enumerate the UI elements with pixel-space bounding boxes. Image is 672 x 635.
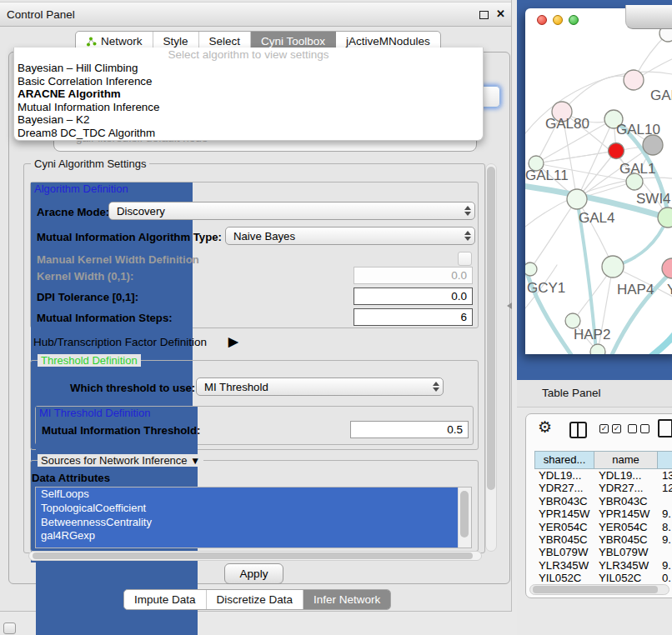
attribute-item-gal4rgexp[interactable]: gal4RGexp bbox=[36, 529, 459, 543]
dpi-tolerance-label: DPI Tolerance [0,1]: bbox=[37, 291, 138, 303]
network-node[interactable] bbox=[643, 135, 663, 155]
window-minimize-icon[interactable] bbox=[553, 15, 563, 25]
table-row[interactable]: YER054CYER054C8. bbox=[534, 521, 672, 533]
table-row[interactable]: YBL079WYBL079W bbox=[534, 546, 672, 558]
algorithm-option-basic-correlation-inference[interactable]: Basic Correlation Inference bbox=[14, 75, 483, 88]
network-node[interactable] bbox=[609, 143, 624, 159]
settings-gear-icon[interactable]: ⚙ bbox=[538, 419, 552, 435]
unchecked-box-icon bbox=[628, 424, 637, 433]
collapse-down-icon[interactable]: ▼ bbox=[190, 455, 200, 467]
attribute-item-topologicalcoefficient[interactable]: TopologicalCoefficient bbox=[36, 502, 459, 516]
table-panel-header[interactable]: Table Panel bbox=[517, 380, 672, 408]
mi-threshold-input[interactable]: 0.5 bbox=[350, 421, 469, 438]
stepper-icon bbox=[461, 228, 474, 244]
close-icon[interactable]: ✕ bbox=[496, 8, 505, 20]
table-row[interactable]: YDL19...YDL19...13 bbox=[534, 469, 672, 482]
cell: YBR045C bbox=[594, 533, 658, 546]
threshold-definition-title: Threshold Definition bbox=[38, 354, 141, 367]
algorithm-option-dream8-dc-tdc-algorithm[interactable]: Dream8 DC_TDC Algorithm bbox=[14, 127, 483, 140]
algorithm-option-aracne-algorithm[interactable]: ARACNE Algorithm bbox=[14, 88, 483, 101]
right-region: GALGAL80GAL10GAL11GAL1GAL4SWI4GCY1HAP4YH… bbox=[517, 0, 672, 635]
network-node[interactable] bbox=[590, 344, 605, 354]
panel-divider-grip-icon[interactable] bbox=[507, 302, 512, 309]
algorithm-option-bayesian-hill-climbing[interactable]: Bayesian – Hill Climbing bbox=[14, 62, 483, 75]
settings-vertical-scrollbar[interactable] bbox=[485, 163, 497, 552]
cell: 12 bbox=[658, 482, 672, 494]
node-label-gal: GAL bbox=[650, 88, 672, 103]
network-node-swi4[interactable] bbox=[658, 208, 672, 228]
table-panel-body: ⚙ ✓ ✓ shared...nameA YDL19...YDL19...13Y… bbox=[525, 413, 672, 598]
attribute-item-partial[interactable] bbox=[36, 543, 459, 548]
table-row[interactable]: YDR27...YDR27...12 bbox=[534, 482, 672, 494]
aracne-mode-select[interactable]: Discovery bbox=[108, 202, 475, 220]
column-header-name[interactable]: name bbox=[594, 451, 658, 469]
tab-impute-data[interactable]: Impute Data bbox=[124, 590, 207, 609]
attribute-items: SelfLoopsTopologicalCoefficientBetweenne… bbox=[36, 488, 471, 548]
list-scrollbar-thumb[interactable] bbox=[460, 491, 469, 538]
dropdown-options: Bayesian – Hill ClimbingBasic Correlatio… bbox=[14, 62, 483, 140]
network-node-gal4[interactable] bbox=[567, 189, 587, 209]
algorithm-option-bayesian-k2[interactable]: Bayesian – K2 bbox=[14, 113, 483, 127]
settings-vertical-scrollbar-thumb[interactable] bbox=[487, 167, 495, 490]
select-all-icon[interactable]: ✓ ✓ bbox=[599, 424, 621, 433]
mi-algorithm-type-select[interactable]: Naive Bayes bbox=[225, 227, 475, 245]
table-row[interactable]: YIL052CYIL052C0. bbox=[534, 572, 672, 584]
node-label-gal4: GAL4 bbox=[579, 210, 614, 226]
network-node-gal[interactable] bbox=[624, 70, 644, 90]
settings-horizontal-scrollbar-thumb[interactable] bbox=[33, 552, 473, 559]
cell: YBR043C bbox=[594, 495, 658, 508]
table-horizontal-scrollbar[interactable] bbox=[529, 584, 669, 595]
node-label-hap2: HAP2 bbox=[574, 327, 610, 342]
manual-kernel-width-label: Manual Kernel Width Definition bbox=[37, 253, 199, 266]
tab-discretize-data[interactable]: Discretize Data bbox=[207, 590, 304, 609]
which-threshold-select[interactable]: MI Threshold bbox=[196, 378, 444, 396]
tab-label: Cyni Toolbox bbox=[261, 35, 325, 48]
table-row[interactable]: YLR345WYLR345W9. bbox=[534, 559, 672, 572]
column-layout-icon[interactable] bbox=[569, 422, 587, 438]
network-node-y[interactable] bbox=[662, 258, 672, 278]
table-row[interactable]: YPR145WYPR145W9. bbox=[534, 508, 672, 520]
data-attributes-list[interactable]: SelfLoopsTopologicalCoefficientBetweenne… bbox=[35, 487, 472, 548]
window-zoom-icon[interactable] bbox=[569, 15, 579, 25]
clear-selection-icon[interactable] bbox=[628, 424, 649, 433]
column-header-a[interactable]: A bbox=[658, 451, 672, 469]
algorithm-option-mutual-information-inference[interactable]: Mutual Information Inference bbox=[14, 101, 483, 114]
screen: Control Panel ✕ NetworkStyleSelectCyni T… bbox=[0, 0, 672, 635]
node-label-hap4: HAP4 bbox=[617, 282, 654, 298]
tab-label: Network bbox=[101, 35, 143, 48]
list-scrollbar[interactable] bbox=[458, 488, 471, 548]
dropdown-placeholder: Select algorithm to view settings bbox=[14, 48, 483, 62]
expand-right-icon[interactable]: ▶ bbox=[228, 334, 238, 349]
tab-infer-network[interactable]: Infer Network bbox=[303, 590, 390, 609]
control-panel-titlebar[interactable]: Control Panel ✕ bbox=[0, 2, 511, 27]
float-window-icon[interactable] bbox=[479, 11, 489, 19]
docked-panel-icon[interactable] bbox=[3, 622, 16, 634]
dpi-tolerance-input[interactable]: 0.0 bbox=[354, 288, 473, 305]
apply-button[interactable]: Apply bbox=[224, 563, 283, 584]
mi-threshold-value: 0.5 bbox=[447, 423, 463, 436]
network-edge[interactable] bbox=[640, 312, 672, 354]
mi-steps-input[interactable]: 6 bbox=[354, 308, 473, 326]
network-canvas[interactable]: GALGAL80GAL10GAL11GAL1GAL4SWI4GCY1HAP4YH… bbox=[525, 8, 672, 354]
table-scrollbar-thumb[interactable] bbox=[533, 586, 658, 593]
kernel-width-input[interactable]: 0.0 bbox=[354, 267, 473, 284]
control-panel-window: Control Panel ✕ NetworkStyleSelectCyni T… bbox=[0, 0, 512, 612]
network-node-gcy1[interactable] bbox=[525, 262, 537, 276]
attribute-item-selfloops[interactable]: SelfLoops bbox=[36, 488, 459, 502]
unchecked-box-icon bbox=[640, 424, 649, 433]
table-row[interactable]: YBR045CYBR045C9. bbox=[534, 533, 672, 546]
network-node-hap4[interactable] bbox=[602, 256, 624, 278]
table-row[interactable]: YBR043CYBR043C bbox=[534, 495, 672, 508]
table-panel-title: Table Panel bbox=[517, 380, 672, 399]
window-close-icon[interactable] bbox=[537, 15, 547, 25]
settings-horizontal-scrollbar[interactable] bbox=[28, 551, 482, 561]
network-view-window[interactable]: GALGAL80GAL10GAL11GAL1GAL4SWI4GCY1HAP4YH… bbox=[525, 8, 672, 354]
document-icon[interactable] bbox=[658, 419, 672, 438]
network-edge[interactable] bbox=[530, 199, 577, 269]
cell: YIL052C bbox=[534, 572, 594, 584]
attribute-item-betweennesscentrality[interactable]: BetweennessCentrality bbox=[36, 516, 459, 530]
which-threshold-label: Which threshold to use: bbox=[70, 382, 195, 394]
checked-box-icon: ✓ bbox=[612, 424, 621, 433]
column-header-shared-[interactable]: shared... bbox=[534, 451, 594, 469]
manual-kernel-width-checkbox[interactable] bbox=[458, 252, 472, 266]
